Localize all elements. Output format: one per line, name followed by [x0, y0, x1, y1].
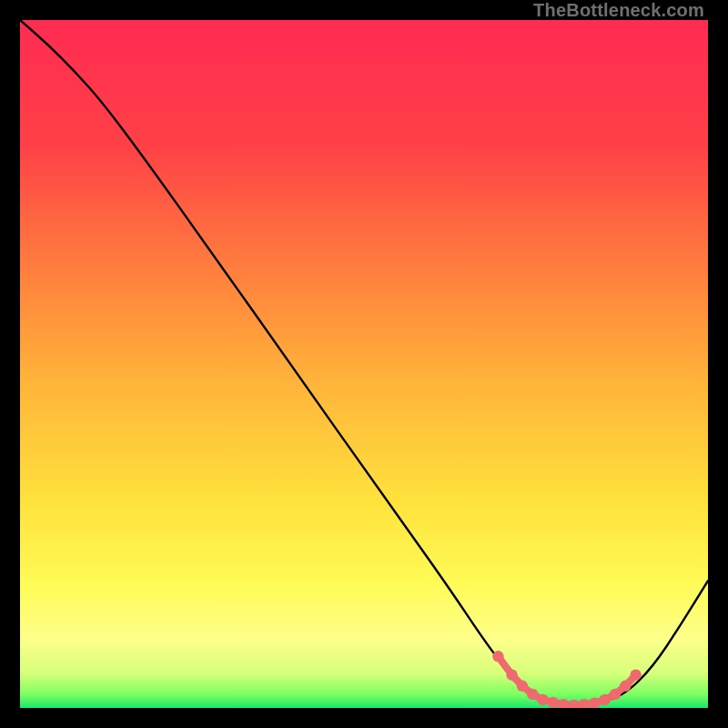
chart-frame: [20, 20, 708, 708]
highlight-dot: [599, 694, 610, 705]
highlight-dot: [527, 689, 538, 700]
highlight-dot: [492, 651, 503, 662]
highlight-dot: [630, 670, 641, 681]
chart-background: [20, 20, 708, 708]
highlight-dot: [517, 681, 528, 692]
watermark-text: TheBottleneck.com: [533, 0, 704, 21]
highlight-dot: [620, 681, 631, 692]
highlight-dot: [548, 697, 559, 708]
chart-svg: [20, 20, 708, 708]
highlight-dot: [537, 694, 548, 705]
highlight-dot: [506, 670, 517, 681]
highlight-dot: [610, 689, 621, 700]
